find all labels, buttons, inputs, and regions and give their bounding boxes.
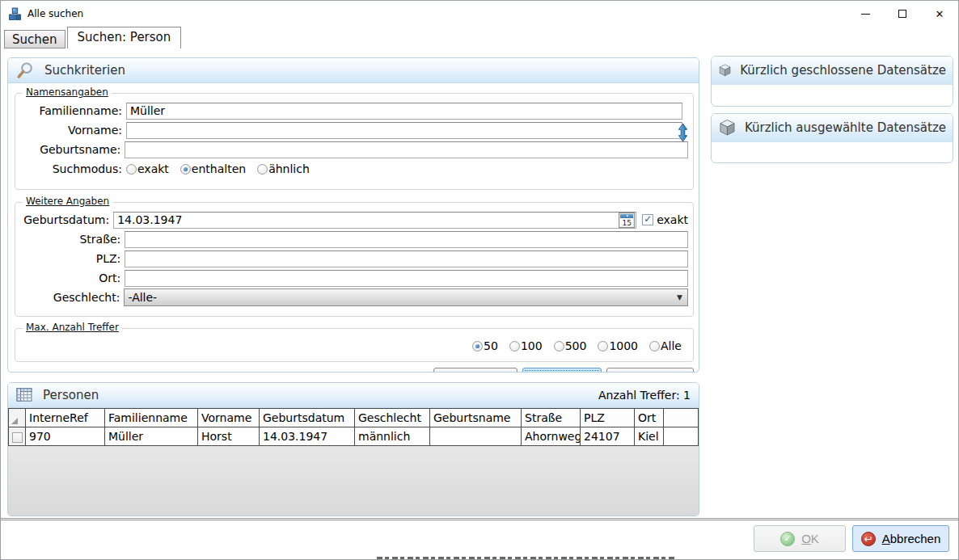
minimize-icon bbox=[861, 14, 870, 15]
radio-50-icon[interactable] bbox=[472, 341, 483, 352]
radio-100-icon[interactable] bbox=[509, 341, 520, 352]
familienname-input[interactable] bbox=[126, 103, 682, 120]
radio-1000[interactable]: 1000 bbox=[598, 339, 638, 352]
vorname-label: Vorname: bbox=[20, 124, 122, 137]
updown-arrow-button[interactable] bbox=[678, 123, 688, 145]
ok-button[interactable]: ✓ OK bbox=[754, 525, 846, 552]
col-geburtsdatum[interactable]: Geburtsdatum bbox=[260, 409, 355, 427]
cube-icon bbox=[718, 61, 732, 80]
legend-weitere-angaben: Weitere Angaben bbox=[23, 196, 112, 207]
radio-enthalten-icon[interactable] bbox=[180, 164, 191, 175]
plz-label: PLZ: bbox=[20, 252, 120, 265]
table-row[interactable]: 970 Müller Horst 14.03.1947 männlich Aho… bbox=[9, 427, 699, 446]
familienname-label: Familienname: bbox=[20, 104, 122, 117]
titlebar: Alle suchen ✕ bbox=[1, 1, 958, 27]
radio-500[interactable]: 500 bbox=[554, 339, 587, 352]
cell-plz: 24107 bbox=[581, 427, 635, 446]
radio-exakt-icon[interactable] bbox=[126, 164, 137, 175]
maximize-icon bbox=[898, 10, 906, 18]
cell-interneref: 970 bbox=[26, 427, 105, 446]
app-cubes-icon bbox=[8, 7, 22, 21]
col-interneref[interactable]: InterneRef bbox=[26, 409, 105, 427]
radio-50[interactable]: 50 bbox=[472, 339, 498, 352]
geburtsdatum-label: Geburtsdatum: bbox=[20, 213, 109, 226]
results-table-area: InterneRef Familienname Vorname Geburtsd… bbox=[8, 408, 699, 516]
magnifier-icon bbox=[16, 61, 34, 79]
legend-namensangaben: Namensangaben bbox=[23, 86, 112, 98]
window-title: Alle suchen bbox=[27, 8, 83, 19]
geschlecht-select[interactable]: -Alle- ▼ bbox=[124, 288, 688, 306]
plz-input[interactable] bbox=[125, 251, 688, 267]
col-ort[interactable]: Ort bbox=[635, 409, 664, 427]
strasse-input[interactable] bbox=[125, 231, 688, 248]
geburtsname-label: Geburtsname: bbox=[20, 143, 120, 156]
cell-vorname: Horst bbox=[198, 427, 260, 446]
exakt-checkbox[interactable] bbox=[642, 214, 653, 225]
select-all-corner[interactable] bbox=[9, 409, 26, 427]
geburtsdatum-input[interactable] bbox=[113, 212, 636, 229]
col-vorname[interactable]: Vorname bbox=[198, 409, 260, 427]
vorname-input[interactable] bbox=[126, 122, 682, 139]
search-button-row: Zurücksetzen Suchen Neu erzeugen bbox=[8, 368, 694, 373]
cancel-arrow-icon: ↩ bbox=[861, 532, 876, 546]
ort-label: Ort: bbox=[20, 272, 120, 284]
updown-arrow-icon bbox=[678, 123, 688, 142]
col-strasse[interactable]: Straße bbox=[522, 409, 581, 427]
radio-enthalten[interactable]: enthalten bbox=[180, 162, 246, 175]
recently-closed-panel: Kürzlich geschlossene Datensätze bbox=[711, 56, 953, 107]
geschlecht-selected-value: -Alle- bbox=[128, 291, 157, 304]
calendar-button[interactable]: 15 bbox=[619, 213, 635, 228]
col-plz[interactable]: PLZ bbox=[581, 409, 635, 427]
radio-alle-icon[interactable] bbox=[649, 341, 660, 352]
cube-icon bbox=[718, 118, 737, 137]
suchmodus-label: Suchmodus: bbox=[20, 162, 122, 175]
legend-max-treffer: Max. Anzahl Treffer bbox=[23, 322, 122, 333]
ort-input[interactable] bbox=[125, 270, 688, 287]
maximize-button[interactable] bbox=[884, 1, 921, 27]
suchmodus-radio-group: exakt enthalten ähnlich bbox=[126, 162, 310, 175]
close-button[interactable]: ✕ bbox=[921, 1, 958, 27]
close-icon: ✕ bbox=[936, 9, 944, 19]
tab-suchen[interactable]: Suchen bbox=[4, 30, 65, 48]
radio-exakt[interactable]: exakt bbox=[126, 162, 169, 175]
minimize-button[interactable] bbox=[847, 1, 884, 27]
results-panel: Personen Anzahl Treffer: 1 InterneRef Fa… bbox=[7, 382, 699, 516]
tab-suchen-person[interactable]: Suchen: Person bbox=[67, 27, 182, 48]
results-title: Personen bbox=[43, 388, 99, 402]
radio-1000-icon[interactable] bbox=[598, 341, 608, 352]
radio-100[interactable]: 100 bbox=[509, 339, 543, 352]
calendar-day-label: 15 bbox=[622, 219, 631, 227]
col-geschlecht[interactable]: Geschlecht bbox=[355, 409, 430, 427]
radio-aehnlich[interactable]: ähnlich bbox=[257, 162, 310, 175]
search-button[interactable]: Suchen bbox=[522, 368, 602, 373]
cell-filler bbox=[664, 427, 699, 446]
cell-familienname: Müller bbox=[105, 427, 198, 446]
recently-closed-title: Kürzlich geschlossene Datensätze bbox=[740, 63, 946, 78]
window-controls: ✕ bbox=[847, 1, 958, 27]
col-familienname[interactable]: Familienname bbox=[105, 409, 198, 427]
clipped-content-edge bbox=[377, 557, 674, 559]
fieldset-weitere-angaben: Weitere Angaben Geburtsdatum: 15 exakt S… bbox=[15, 202, 694, 317]
results-header: Personen Anzahl Treffer: 1 bbox=[8, 383, 699, 408]
row-checkbox[interactable] bbox=[12, 432, 23, 443]
fieldset-max-treffer: Max. Anzahl Treffer 50 100 500 bbox=[15, 328, 694, 362]
max-treffer-radio-group: 50 100 500 1000 bbox=[472, 339, 682, 352]
recently-closed-header[interactable]: Kürzlich geschlossene Datensätze bbox=[712, 57, 953, 85]
reset-button[interactable]: Zurücksetzen bbox=[433, 368, 518, 373]
cell-strasse: Ahornweg 5 bbox=[522, 427, 581, 446]
create-new-button[interactable]: Neu erzeugen bbox=[606, 368, 694, 373]
footer-button-bar: ✓ OK ↩ Abbrechen bbox=[1, 520, 958, 557]
radio-alle[interactable]: Alle bbox=[649, 339, 682, 352]
col-geburtsname[interactable]: Geburtsname bbox=[430, 409, 522, 427]
radio-aehnlich-icon[interactable] bbox=[257, 164, 268, 175]
results-table: InterneRef Familienname Vorname Geburtsd… bbox=[8, 408, 699, 446]
strasse-label: Straße: bbox=[20, 233, 120, 246]
table-header-row: InterneRef Familienname Vorname Geburtsd… bbox=[9, 409, 699, 427]
select-arrow-icon: ▼ bbox=[677, 293, 682, 301]
geburtsname-input[interactable] bbox=[125, 141, 688, 158]
cancel-button[interactable]: ↩ Abbrechen bbox=[852, 525, 949, 552]
search-criteria-panel: Suchkriterien Namensangaben Familienname… bbox=[7, 57, 699, 373]
geschlecht-label: Geschlecht: bbox=[20, 291, 120, 304]
radio-500-icon[interactable] bbox=[554, 341, 564, 352]
recently-selected-header[interactable]: Kürzlich ausgewählte Datensätze bbox=[712, 114, 953, 142]
